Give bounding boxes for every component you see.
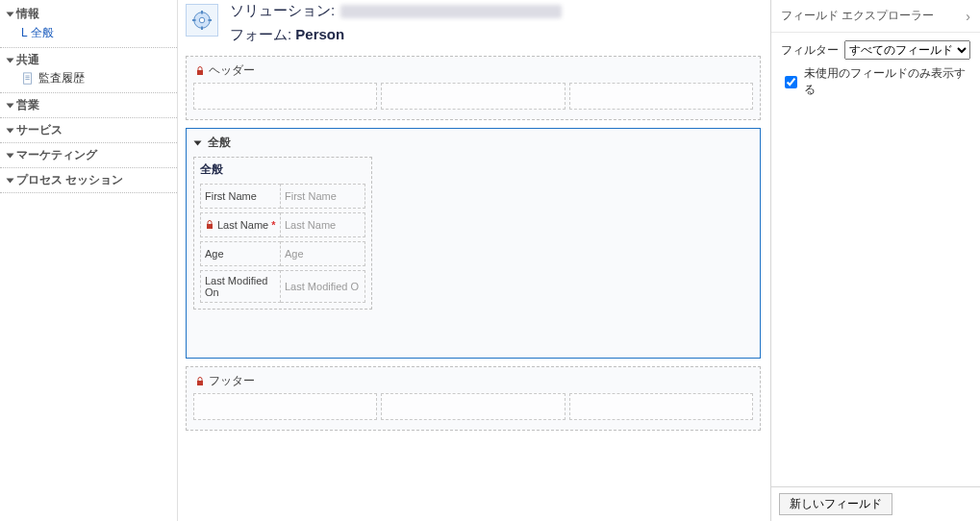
nav-label-service: サービス: [16, 122, 63, 138]
header-col-2[interactable]: [381, 83, 565, 110]
lock-icon: [205, 220, 214, 230]
header-col-1[interactable]: [193, 83, 377, 110]
title-row: ソリューション: フォーム: Person: [186, 0, 761, 48]
form-section-general[interactable]: 全般 First Name First Name Last Name * Las…: [193, 157, 372, 310]
svg-rect-3: [25, 79, 29, 80]
field-last-modified[interactable]: Last Modified On Last Modified O: [200, 270, 365, 303]
collapse-panel-icon[interactable]: ›: [966, 9, 970, 24]
unused-fields-checkbox-row[interactable]: 未使用のフィールドのみ表示する: [781, 65, 970, 98]
svg-rect-12: [197, 381, 203, 385]
lock-icon: [195, 377, 205, 386]
field-first-name-input[interactable]: First Name: [281, 184, 365, 209]
footer-col-1[interactable]: [193, 393, 377, 420]
svg-rect-0: [24, 72, 32, 83]
form-name: Person: [295, 26, 344, 42]
form-label: フォーム:: [230, 26, 291, 42]
form-icon: [186, 4, 218, 37]
nav-label-common: 共通: [16, 52, 39, 68]
required-indicator: *: [271, 219, 275, 231]
form-footer-section[interactable]: フッター: [186, 366, 761, 431]
nav-label-process: プロセス セッション: [16, 172, 123, 188]
left-nav: 情報 L 全般 共通 監査履歴 営業 サービス マーケティング プロセス セッシ…: [0, 0, 178, 521]
new-field-button[interactable]: 新しいフィールド: [779, 493, 892, 515]
field-age-input[interactable]: Age: [281, 241, 365, 266]
form-tab-general[interactable]: 全般 全般 First Name First Name Last Name * …: [186, 128, 761, 359]
footer-col-2[interactable]: [381, 393, 565, 420]
filter-label: フィルター: [781, 42, 839, 59]
field-age[interactable]: Age Age: [200, 241, 365, 266]
nav-sub-general[interactable]: L 全般: [8, 22, 171, 43]
footer-col-3[interactable]: [569, 393, 753, 420]
field-first-name[interactable]: First Name First Name: [200, 184, 365, 209]
field-explorer-panel: フィールド エクスプローラー › フィルター すべてのフィールド 未使用のフィー…: [770, 0, 980, 521]
svg-point-5: [199, 17, 205, 23]
svg-rect-11: [207, 224, 213, 229]
nav-section-common[interactable]: 共通 監査履歴: [0, 48, 177, 93]
form-designer: ソリューション: フォーム: Person ヘッダー 全般 全般: [178, 0, 770, 521]
header-col-3[interactable]: [569, 83, 753, 110]
svg-rect-10: [197, 70, 203, 75]
filter-select[interactable]: すべてのフィールド: [844, 40, 970, 60]
form-header-section[interactable]: ヘッダー: [186, 56, 761, 120]
nav-section-marketing[interactable]: マーケティング: [0, 143, 177, 168]
nav-label-sales: 営業: [16, 97, 39, 113]
solution-name-redacted: [340, 5, 562, 18]
svg-rect-1: [25, 75, 29, 76]
unused-fields-checkbox[interactable]: [785, 76, 797, 88]
field-last-modified-input[interactable]: Last Modified O: [281, 270, 365, 303]
nav-label-info: 情報: [16, 6, 39, 22]
nav-section-sales[interactable]: 営業: [0, 93, 177, 118]
solution-label: ソリューション:: [230, 2, 335, 20]
field-explorer-title: フィールド エクスプローラー: [781, 8, 934, 24]
field-last-name-input[interactable]: Last Name: [281, 212, 365, 237]
svg-rect-2: [25, 77, 29, 78]
nav-section-service[interactable]: サービス: [0, 118, 177, 143]
nav-item-audit[interactable]: 監査履歴: [8, 68, 171, 88]
document-icon: [21, 72, 35, 86]
nav-section-info[interactable]: 情報 L 全般: [0, 2, 177, 48]
nav-label-marketing: マーケティング: [16, 147, 97, 163]
field-last-name[interactable]: Last Name * Last Name: [200, 212, 365, 237]
lock-icon: [195, 66, 205, 76]
nav-section-process[interactable]: プロセス セッション: [0, 168, 177, 193]
